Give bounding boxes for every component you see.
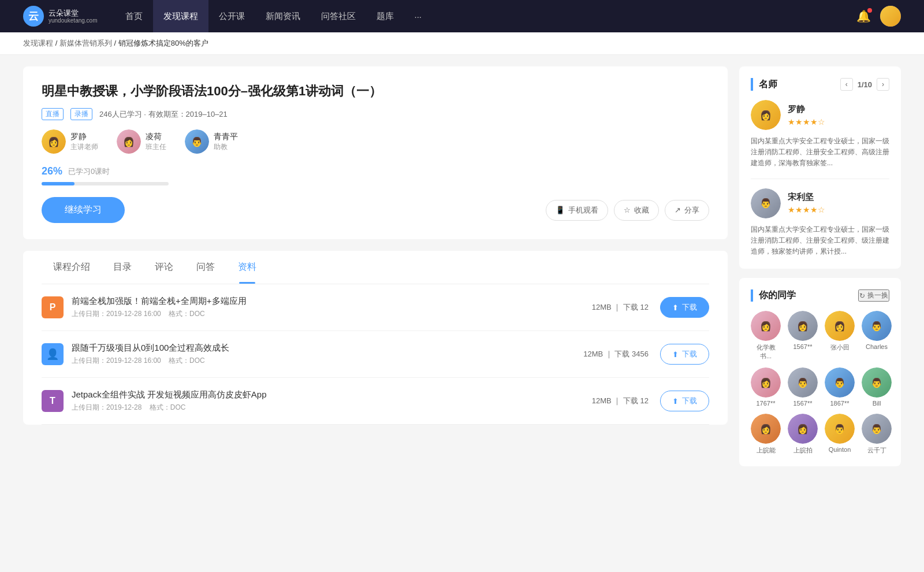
logo[interactable]: 云 云朵课堂 yundouketang.com bbox=[23, 6, 98, 27]
student-9: 👩 上皖拍 bbox=[788, 414, 818, 455]
sidebar-page-nav: ‹ 1/10 › bbox=[840, 78, 889, 91]
sidebar-teacher-0: 👩 罗静 ★★★★☆ 国内某重点大学安全工程专业硕士，国家一级注册消防工程师、注… bbox=[751, 100, 889, 179]
file-info-0: 前端全栈加强版！前端全栈+全周期+多端应用 上传日期：2019-12-28 16… bbox=[72, 296, 592, 319]
tp-desc-0: 国内某重点大学安全工程专业硕士，国家一级注册消防工程师、注册安全工程师、高级注册… bbox=[751, 136, 889, 169]
student-11: 👨 云千丁 bbox=[862, 414, 892, 455]
badge-live: 直播 bbox=[42, 108, 64, 120]
teacher-info-0: 罗静 主讲老师 bbox=[70, 132, 98, 152]
file-name-1: 跟随千万级项目从0到100全过程高效成长 bbox=[72, 343, 583, 354]
nav-open[interactable]: 公开课 bbox=[208, 0, 255, 32]
teacher-role-1: 班主任 bbox=[146, 142, 166, 152]
file-list: P 前端全栈加强版！前端全栈+全周期+多端应用 上传日期：2019-12-28 … bbox=[42, 284, 709, 425]
teacher-role-0: 主讲老师 bbox=[70, 142, 98, 152]
download-button-0[interactable]: ⬆ 下载 bbox=[660, 297, 709, 318]
teacher-role-2: 助教 bbox=[214, 142, 238, 152]
file-info-1: 跟随千万级项目从0到100全过程高效成长 上传日期：2019-12-28 16:… bbox=[72, 343, 583, 366]
tab-review[interactable]: 评论 bbox=[143, 251, 185, 284]
tab-catalog[interactable]: 目录 bbox=[102, 251, 143, 284]
progress-bar bbox=[42, 182, 169, 185]
nav-items: 首页 发现课程 公开课 新闻资讯 问答社区 题库 ··· bbox=[115, 0, 856, 32]
nav-home[interactable]: 首页 bbox=[115, 0, 153, 32]
student-7: 👨 Bill bbox=[862, 367, 892, 407]
student-name-2: 张小田 bbox=[830, 343, 850, 352]
teacher-avatar-2: 👨 bbox=[185, 129, 209, 154]
nav-quiz[interactable]: 题库 bbox=[366, 0, 404, 32]
teacher-1: 👩 凌荷 班主任 bbox=[117, 129, 166, 154]
download-button-1[interactable]: ⬆ 下载 bbox=[660, 344, 709, 365]
tab-qa[interactable]: 问答 bbox=[185, 251, 226, 284]
teacher-info-2: 青青平 助教 bbox=[214, 132, 238, 152]
tp-header-1: 👨 宋利坚 ★★★★☆ bbox=[751, 188, 889, 218]
teacher-info-1: 凌荷 班主任 bbox=[146, 132, 166, 152]
notification-bell[interactable]: 🔔 bbox=[856, 9, 871, 23]
tab-intro[interactable]: 课程介绍 bbox=[42, 251, 102, 284]
share-label: 分享 bbox=[684, 205, 699, 216]
progress-desc: 已学习0课时 bbox=[68, 166, 110, 177]
breadcrumb-series[interactable]: 新媒体营销系列 bbox=[59, 39, 112, 47]
student-avatar-2: 👩 bbox=[825, 311, 855, 341]
favorite-button[interactable]: ☆ 收藏 bbox=[614, 200, 659, 221]
share-icon: ↗ bbox=[675, 206, 681, 214]
file-meta-0: 上传日期：2019-12-28 16:00 格式：DOC bbox=[72, 309, 592, 319]
student-avatar-1: 👩 bbox=[788, 311, 818, 341]
student-name-9: 上皖拍 bbox=[793, 446, 813, 455]
teachers-title-text: 名师 bbox=[759, 79, 777, 91]
prev-teacher-button[interactable]: ‹ bbox=[840, 78, 853, 91]
next-teacher-button[interactable]: › bbox=[877, 78, 889, 91]
student-0: 👩 化学教书... bbox=[751, 311, 781, 361]
continue-learning-button[interactable]: 继续学习 bbox=[42, 197, 125, 223]
mobile-icon: 📱 bbox=[556, 206, 565, 214]
nav-more[interactable]: ··· bbox=[404, 0, 433, 32]
nav-news[interactable]: 新闻资讯 bbox=[255, 0, 311, 32]
teachers-sidebar-card: 名师 ‹ 1/10 › 👩 罗静 ★★★★☆ bbox=[739, 66, 901, 269]
student-name-7: Bill bbox=[873, 400, 881, 407]
tp-stars-0: ★★★★☆ bbox=[788, 117, 889, 127]
download-label-1: 下载 bbox=[682, 349, 697, 359]
file-stats-0: 12MB ｜ 下载 12 bbox=[592, 302, 649, 313]
student-avatar-3: 👨 bbox=[862, 311, 892, 341]
tab-materials[interactable]: 资料 bbox=[226, 251, 268, 284]
mobile-label: 手机观看 bbox=[568, 205, 598, 216]
breadcrumb-discover[interactable]: 发现课程 bbox=[23, 39, 53, 47]
download-label-0: 下载 bbox=[682, 302, 697, 313]
student-avatar-10: 👨 bbox=[825, 414, 855, 444]
tabs: 课程介绍 目录 评论 问答 资料 bbox=[42, 251, 709, 284]
students-sidebar-title: 你的同学 ↻ 换一换 bbox=[751, 289, 889, 302]
file-format-2: 格式：DOC bbox=[150, 403, 186, 411]
file-meta-2: 上传日期：2019-12-28 格式：DOC bbox=[72, 403, 592, 413]
tp-name-1: 宋利坚 bbox=[788, 192, 889, 203]
tp-name-0: 罗静 bbox=[788, 104, 889, 115]
student-5: 👨 1567** bbox=[788, 367, 818, 407]
progress-percent: 26% bbox=[42, 165, 62, 177]
notification-dot bbox=[867, 8, 872, 13]
teacher-0: 👩 罗静 主讲老师 bbox=[42, 129, 98, 154]
teachers-page: 1/10 bbox=[858, 80, 872, 89]
download-icon-2: ⬆ bbox=[672, 397, 679, 406]
file-format-0: 格式：DOC bbox=[169, 310, 205, 318]
main-layout: 明星中教授课，小学阶段语法100分–强化级第1讲动词（一） 直播 录播 246人… bbox=[0, 55, 924, 487]
download-icon-0: ⬆ bbox=[672, 303, 679, 312]
share-button[interactable]: ↗ 分享 bbox=[665, 200, 709, 221]
student-name-4: 1767** bbox=[756, 400, 775, 407]
file-format-1: 格式：DOC bbox=[169, 356, 205, 365]
teacher-avatar-1: 👩 bbox=[117, 129, 141, 154]
download-button-2[interactable]: ⬆ 下载 bbox=[660, 391, 709, 411]
actions-right: 📱 手机观看 ☆ 收藏 ↗ 分享 bbox=[546, 200, 709, 221]
file-date-2: 上传日期：2019-12-28 bbox=[72, 403, 141, 411]
favorite-label: 收藏 bbox=[634, 205, 649, 216]
course-actions: 继续学习 📱 手机观看 ☆ 收藏 ↗ 分享 bbox=[42, 197, 709, 223]
nav-discover[interactable]: 发现课程 bbox=[153, 0, 208, 32]
file-meta-1: 上传日期：2019-12-28 16:00 格式：DOC bbox=[72, 356, 583, 366]
tp-info-1: 宋利坚 ★★★★☆ bbox=[788, 192, 889, 214]
student-avatar-8: 👩 bbox=[751, 414, 781, 444]
user-avatar[interactable] bbox=[880, 6, 901, 27]
refresh-students-button[interactable]: ↻ 换一换 bbox=[858, 289, 889, 302]
star-icon: ☆ bbox=[624, 206, 631, 214]
nav-qa[interactable]: 问答社区 bbox=[311, 0, 366, 32]
course-meta: 直播 录播 246人已学习 · 有效期至：2019–10–21 bbox=[42, 108, 709, 120]
mobile-view-button[interactable]: 📱 手机观看 bbox=[546, 200, 608, 221]
student-avatar-0: 👩 bbox=[751, 311, 781, 341]
sidebar: 名师 ‹ 1/10 › 👩 罗静 ★★★★☆ bbox=[739, 66, 901, 476]
course-stats: 246人已学习 · 有效期至：2019–10–21 bbox=[99, 109, 228, 120]
file-item-0: P 前端全栈加强版！前端全栈+全周期+多端应用 上传日期：2019-12-28 … bbox=[42, 284, 709, 331]
